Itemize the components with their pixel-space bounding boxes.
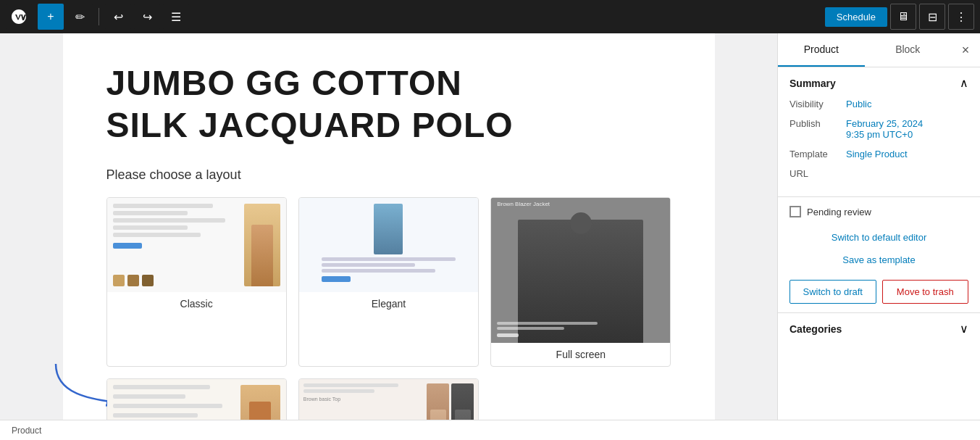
layout-label-fullscreen: Full screen (491, 343, 670, 366)
list-icon: ☰ (171, 10, 181, 24)
bottom-bar-label: Product (12, 426, 41, 436)
pending-review-checkbox[interactable] (790, 206, 801, 217)
main-area: JUMBO GG COTTONSILK JACQUARD POLO Please… (0, 33, 980, 420)
tab-block[interactable]: Block (865, 33, 952, 67)
layout-card-elegant[interactable]: Elegant (298, 197, 479, 367)
more-tools-button[interactable]: ⋮ (948, 4, 974, 30)
url-row: URL (790, 168, 968, 179)
ellipsis-icon: ⋮ (955, 10, 967, 24)
settings-panel-icon: ⊟ (928, 10, 937, 24)
layout-thumb-4: Brown basic Top (299, 379, 478, 420)
chevron-up-icon: ∧ (960, 76, 968, 90)
url-label: URL (790, 168, 840, 179)
template-label: Template (790, 149, 840, 159)
sidebar-header: Product Block × (778, 33, 980, 67)
layout-thumb-elegant (299, 198, 478, 292)
toolbar: + ✏ ↩ ↪ ☰ Schedule 🖥 ⊟ ⋮ (0, 0, 980, 33)
monitor-icon: 🖥 (897, 10, 909, 23)
visibility-value[interactable]: Public (846, 99, 871, 109)
publish-row: Publish February 25, 20249:35 pm UTC+0 (790, 118, 968, 140)
summary-section: Summary ∧ Visibility Public Publish Febr… (778, 67, 980, 197)
pencil-icon: ✏ (75, 10, 85, 24)
publish-label: Publish (790, 118, 840, 129)
redo-button[interactable]: ↪ (134, 4, 160, 30)
add-block-button[interactable]: + (38, 4, 64, 30)
layout-label: Please choose a layout (106, 167, 671, 183)
categories-title: Categories (790, 323, 842, 335)
layout-grid: Classic (106, 197, 671, 420)
product-title: JUMBO GG COTTONSILK JACQUARD POLO (106, 62, 671, 146)
sidebar: Product Block × Summary ∧ Visibility Pub… (777, 33, 980, 420)
layout-card-fullscreen[interactable]: Brown Blazer Jacket Full screen (490, 197, 671, 367)
visibility-label: Visibility (790, 99, 840, 109)
bottom-bar: Product (0, 420, 980, 440)
template-row: Template Single Product (790, 149, 968, 159)
tab-product[interactable]: Product (778, 33, 865, 67)
switch-to-draft-button[interactable]: Switch to draft (790, 280, 876, 304)
layout-card-4[interactable]: Brown basic Top (298, 378, 479, 420)
move-to-trash-button[interactable]: Move to trash (882, 280, 969, 304)
switch-editor-link[interactable]: Switch to default editor (778, 226, 980, 249)
wp-logo (6, 4, 32, 30)
template-value[interactable]: Single Product (846, 149, 908, 159)
editor-content: JUMBO GG COTTONSILK JACQUARD POLO Please… (63, 33, 715, 420)
visibility-row: Visibility Public (790, 99, 968, 109)
view-button[interactable]: 🖥 (890, 4, 916, 30)
editor-area[interactable]: JUMBO GG COTTONSILK JACQUARD POLO Please… (0, 33, 777, 420)
publish-value[interactable]: February 25, 20249:35 pm UTC+0 (846, 118, 923, 140)
categories-section: Categories ∨ (778, 312, 980, 344)
sidebar-buttons: Switch to draft Move to trash (778, 271, 980, 312)
sidebar-close-button[interactable]: × (951, 36, 980, 65)
layout-thumb-classic-right (107, 379, 286, 420)
layout-thumb-classic (107, 198, 286, 292)
pending-review-label: Pending review (807, 207, 871, 217)
layout-thumb-fullscreen: Brown Blazer Jacket (491, 198, 670, 343)
settings-button[interactable]: ⊟ (919, 4, 945, 30)
summary-header[interactable]: Summary ∧ (790, 76, 968, 90)
layout-label-classic: Classic (107, 292, 286, 315)
document-overview-button[interactable]: ☰ (163, 4, 189, 30)
schedule-button[interactable]: Schedule (825, 7, 887, 27)
layout-card-classic[interactable]: Classic (106, 197, 287, 367)
layout-label-elegant: Elegant (299, 292, 478, 315)
undo-button[interactable]: ↩ (105, 4, 131, 30)
chevron-down-icon: ∨ (960, 322, 968, 336)
summary-title: Summary (790, 78, 836, 89)
save-template-link[interactable]: Save as template (778, 249, 980, 271)
toolbar-separator-1 (99, 8, 99, 25)
plus-icon: + (47, 10, 54, 23)
redo-icon: ↪ (143, 10, 152, 24)
layout-card-classic-right[interactable]: Classic image right (106, 378, 287, 420)
categories-header[interactable]: Categories ∨ (790, 322, 968, 336)
edit-mode-button[interactable]: ✏ (67, 4, 93, 30)
undo-icon: ↩ (114, 10, 123, 24)
pending-review-row: Pending review (790, 206, 968, 217)
